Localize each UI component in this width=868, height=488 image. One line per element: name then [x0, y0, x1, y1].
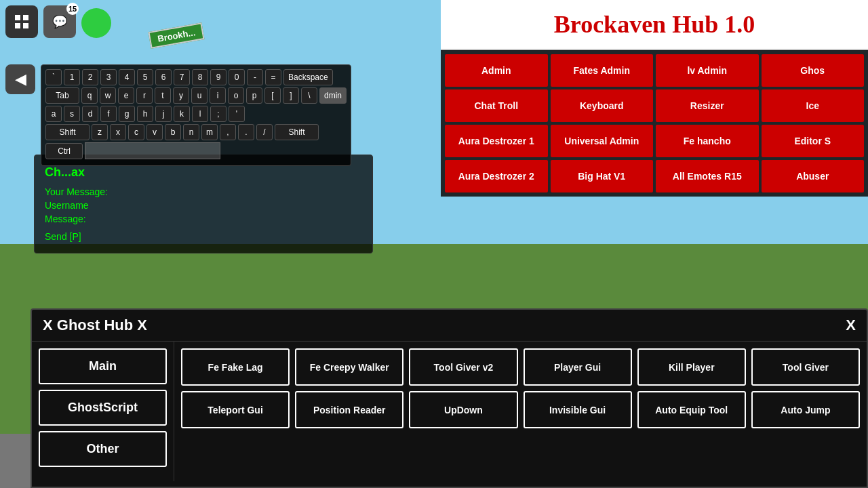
key-c[interactable]: c	[128, 124, 144, 140]
brockaven-btn-ice[interactable]: Ice	[762, 89, 865, 122]
key-5[interactable]: 5	[137, 69, 153, 85]
ghost-hub-panel: X Ghost Hub X X Main GhostScript Other F…	[31, 308, 868, 488]
key-w[interactable]: w	[100, 87, 116, 104]
key-d[interactable]: d	[82, 106, 98, 122]
key-v[interactable]: v	[146, 124, 163, 140]
key-tab[interactable]: Tab	[45, 87, 79, 104]
key-slash[interactable]: /	[256, 124, 273, 140]
key-3[interactable]: 3	[100, 69, 117, 85]
hub-btn-player-gui[interactable]: Player Gui	[524, 348, 632, 386]
sidebar-btn-main[interactable]: Main	[39, 348, 167, 384]
key-8[interactable]: 8	[192, 69, 208, 85]
key-h[interactable]: h	[137, 106, 153, 122]
key-a[interactable]: a	[45, 106, 62, 122]
chat-title: Ch...ax	[45, 165, 362, 180]
brockaven-btn-aura1[interactable]: Aura Destrozer 1	[445, 125, 548, 157]
key-u[interactable]: u	[191, 87, 208, 104]
key-r[interactable]: r	[136, 87, 153, 104]
key-minus[interactable]: -	[247, 69, 263, 85]
key-m[interactable]: m	[201, 124, 218, 140]
key-j[interactable]: j	[155, 106, 172, 122]
hub-btn-auto-equip-tool[interactable]: Auto Equip Tool	[637, 391, 746, 428]
brockaven-btn-editor[interactable]: Editor S	[762, 125, 865, 157]
key-2[interactable]: 2	[82, 69, 98, 85]
hub-btn-fe-fake-lag[interactable]: Fe Fake Lag	[181, 348, 290, 386]
ghost-hub-content: Main GhostScript Other Fe Fake Lag Fe Cr…	[32, 342, 867, 481]
brockaven-btn-keyboard[interactable]: Keyboard	[551, 89, 654, 122]
key-admin-partial: dmin	[319, 87, 347, 104]
key-4[interactable]: 4	[119, 69, 135, 85]
key-semicolon[interactable]: ;	[210, 106, 226, 122]
brockaven-btn-chat-troll[interactable]: Chat Troll	[445, 89, 548, 122]
brockaven-btn-fates-admin[interactable]: Fates Admin	[551, 54, 654, 87]
hub-btn-auto-jump[interactable]: Auto Jump	[751, 391, 860, 428]
brockaven-btn-abuser[interactable]: Abuser	[762, 160, 865, 192]
hub-btn-position-reader[interactable]: Position Reader	[295, 391, 403, 428]
key-k[interactable]: k	[174, 106, 190, 122]
keyboard-row-3: a s d f g h j k l ; '	[45, 106, 347, 122]
key-y[interactable]: y	[173, 87, 189, 104]
key-rbracket[interactable]: ]	[283, 87, 299, 104]
key-l[interactable]: l	[192, 106, 208, 122]
brockaven-btn-admin[interactable]: Admin	[445, 54, 548, 87]
key-lbracket[interactable]: [	[264, 87, 281, 104]
hub-btn-tool-giver[interactable]: Tool Giver	[751, 348, 860, 386]
key-period[interactable]: .	[238, 124, 254, 140]
key-s[interactable]: s	[64, 106, 80, 122]
brockaven-grid: Admin Fates Admin lv Admin Ghos Chat Tro…	[441, 50, 868, 197]
brockaven-btn-big-hat[interactable]: Big Hat V1	[551, 160, 654, 192]
svg-rect-1	[23, 15, 28, 20]
key-0[interactable]: 0	[229, 69, 245, 85]
brockaven-btn-universal-admin[interactable]: Universal Admin	[551, 125, 654, 157]
hub-btn-updown[interactable]: UpDown	[409, 391, 517, 428]
ghost-hub-header: X Ghost Hub X X	[32, 310, 867, 342]
back-button[interactable]: ◀	[5, 64, 35, 94]
key-shift-right[interactable]: Shift	[275, 124, 319, 140]
key-equals[interactable]: =	[265, 69, 281, 85]
brockaven-btn-all-emotes[interactable]: All Emotes R15	[656, 160, 759, 192]
chat-icon[interactable]: 💬 15	[43, 5, 76, 38]
brockaven-btn-resizer[interactable]: Resizer	[656, 89, 759, 122]
hub-btn-fe-creepy-walker[interactable]: Fe Creepy Walker	[295, 348, 403, 386]
key-backslash[interactable]: \	[301, 87, 317, 104]
hub-btn-tool-giver-v2[interactable]: Tool Giver v2	[409, 348, 517, 386]
key-p[interactable]: p	[246, 87, 262, 104]
hub-btn-teleport-gui[interactable]: Teleport Gui	[181, 391, 290, 428]
key-q[interactable]: q	[81, 87, 98, 104]
send-button[interactable]: Send [P]	[45, 231, 81, 242]
green-status-circle	[81, 8, 111, 38]
key-n[interactable]: n	[183, 124, 199, 140]
key-9[interactable]: 9	[210, 69, 226, 85]
key-f[interactable]: f	[100, 106, 117, 122]
brockaven-btn-ghost[interactable]: Ghos	[762, 54, 865, 87]
key-b[interactable]: b	[165, 124, 181, 140]
key-comma[interactable]: ,	[220, 124, 236, 140]
brockaven-btn-fe-hancho[interactable]: Fe hancho	[656, 125, 759, 157]
key-backtick[interactable]: `	[45, 69, 62, 85]
brockaven-btn-lv-admin[interactable]: lv Admin	[656, 54, 759, 87]
key-o[interactable]: o	[228, 87, 244, 104]
key-i[interactable]: i	[210, 87, 226, 104]
key-shift-left[interactable]: Shift	[45, 124, 90, 140]
key-x[interactable]: x	[110, 124, 126, 140]
hub-btn-invisible-gui[interactable]: Invisible Gui	[524, 391, 632, 428]
ghost-hub-close-button[interactable]: X	[846, 317, 856, 334]
keyboard-text-input[interactable]	[85, 142, 220, 159]
key-e[interactable]: e	[118, 87, 134, 104]
svg-rect-0	[15, 15, 20, 20]
hub-btn-kill-player[interactable]: Kill Player	[637, 348, 746, 386]
key-ctrl[interactable]: Ctrl	[45, 143, 83, 159]
key-7[interactable]: 7	[174, 69, 190, 85]
sidebar-btn-ghostscript[interactable]: GhostScript	[39, 390, 167, 426]
brockaven-btn-aura2[interactable]: Aura Destrozer 2	[445, 160, 548, 192]
key-z[interactable]: z	[92, 124, 108, 140]
key-backspace[interactable]: Backspace	[283, 69, 333, 85]
key-6[interactable]: 6	[155, 69, 172, 85]
your-message-label: Your Message:	[45, 186, 362, 197]
key-t[interactable]: t	[155, 87, 171, 104]
roblox-home-icon[interactable]	[5, 5, 38, 38]
key-g[interactable]: g	[119, 106, 135, 122]
sidebar-btn-other[interactable]: Other	[39, 431, 167, 467]
key-quote[interactable]: '	[229, 106, 245, 122]
key-1[interactable]: 1	[64, 69, 80, 85]
